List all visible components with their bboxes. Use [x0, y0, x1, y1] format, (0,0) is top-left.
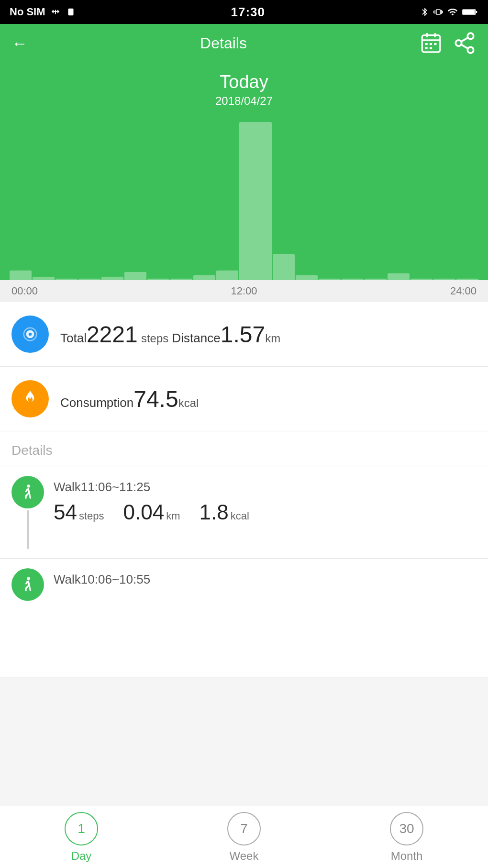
svg-point-20 [29, 333, 32, 336]
svg-rect-10 [434, 43, 436, 45]
bluetooth-icon [420, 7, 430, 17]
walk-type-1: Walk [54, 572, 81, 586]
walk-cal-lbl-0: kcal [231, 510, 249, 522]
status-left: No SIM [10, 6, 76, 18]
header-icons [419, 31, 477, 55]
tab-week-circle[interactable]: 7 [227, 812, 261, 845]
detail-icon-col-1 [11, 568, 44, 601]
walk-time-1: Walk10:06~10:55 [54, 572, 477, 587]
bar-2 [55, 279, 78, 280]
tab-day-circle[interactable]: 1 [65, 812, 98, 845]
walk-range-1: 10:06~10:55 [81, 572, 150, 586]
svg-point-14 [455, 40, 462, 46]
walk-steps-num-0: 54 [54, 500, 77, 524]
bar-7 [170, 279, 192, 280]
bar-8 [193, 275, 215, 280]
tab-month[interactable]: 30 Month [390, 812, 423, 863]
detail-info-0: Walk11:06~11:25 54 steps 0.04 km 1.8 kca… [54, 476, 477, 524]
svg-point-21 [27, 485, 30, 487]
consumption-row: Consumption74.5kcal [0, 367, 488, 431]
time-axis: 00:00 12:00 24:00 [0, 280, 488, 302]
walk-cal-0: 1.8 kcal [200, 500, 249, 524]
walk-icon-0 [11, 476, 44, 508]
bar-15 [365, 279, 387, 280]
detail-icon-col-0 [11, 476, 44, 549]
sim-icon [66, 7, 76, 17]
consumption-unit: kcal [178, 396, 199, 409]
steps-unit: steps [141, 332, 168, 345]
chart-area: Today 2018/04/27 [0, 62, 488, 280]
tab-week-value: 7 [240, 821, 248, 836]
stats-section: Total2221 steps Distance1.57km Consumpti… [0, 302, 488, 431]
bar-4 [101, 277, 123, 280]
svg-point-15 [467, 47, 474, 53]
bar-6 [147, 279, 169, 280]
usb-icon [50, 7, 61, 17]
steps-stat-text: Total2221 steps Distance1.57km [60, 321, 280, 348]
connector-line-0 [27, 510, 29, 549]
consumption-value: 74.5 [133, 386, 178, 412]
tab-month-circle[interactable]: 30 [390, 812, 423, 845]
distance-value: 1.57 [221, 322, 265, 347]
back-button[interactable]: ← [11, 34, 28, 53]
tab-day-value: 1 [78, 821, 85, 836]
svg-rect-12 [430, 47, 432, 49]
svg-rect-11 [425, 47, 428, 49]
bar-5 [124, 272, 146, 280]
consumption-icon [11, 380, 49, 417]
detail-item-0: Walk11:06~11:25 54 steps 0.04 km 1.8 kca… [0, 466, 488, 559]
tab-day[interactable]: 1 Day [65, 812, 98, 863]
bar-17 [410, 279, 433, 280]
walk-dist-num-0: 0.04 [123, 500, 165, 524]
tab-day-label: Day [71, 849, 92, 863]
status-time: 17:30 [231, 5, 266, 20]
app-header: ← Details [0, 24, 488, 62]
distance-label: Distance [172, 331, 221, 345]
details-header: Details [0, 431, 488, 466]
tab-week[interactable]: 7 Week [227, 812, 261, 863]
walk-steps-lbl-0: steps [79, 510, 104, 522]
svg-rect-3 [476, 11, 477, 13]
calendar-icon[interactable] [419, 31, 443, 55]
walk-time-0: Walk11:06~11:25 [54, 480, 477, 495]
chart-container [0, 117, 488, 280]
detail-item-1: Walk10:06~10:55 [0, 559, 488, 678]
vibrate-icon [433, 7, 443, 17]
bar-18 [433, 279, 455, 280]
bar-3 [78, 279, 100, 280]
wifi-icon [447, 7, 458, 17]
distance-unit: km [265, 332, 280, 345]
bar-1 [33, 277, 55, 280]
svg-line-16 [461, 45, 468, 48]
bar-16 [388, 273, 410, 280]
chart-date-sub: 2018/04/27 [0, 94, 488, 108]
bar-9 [216, 271, 238, 280]
bar-14 [342, 279, 364, 280]
time-mid: 12:00 [231, 285, 257, 297]
tab-month-value: 30 [399, 821, 414, 836]
steps-value: 2221 [87, 322, 138, 347]
svg-point-22 [27, 577, 30, 580]
bar-0 [10, 271, 32, 280]
page-title: Details [28, 34, 419, 52]
consumption-label: Consumption [60, 395, 133, 410]
tab-month-label: Month [391, 849, 423, 863]
status-right [420, 7, 478, 17]
svg-line-17 [461, 38, 468, 42]
svg-rect-8 [425, 43, 428, 45]
walk-type-0: Walk [54, 480, 81, 494]
bar-10 [239, 122, 272, 280]
steps-icon [11, 316, 49, 353]
steps-row: Total2221 steps Distance1.57km [0, 302, 488, 367]
bar-11 [273, 254, 295, 280]
bar-13 [319, 279, 341, 280]
chart-bars [10, 117, 478, 280]
share-icon[interactable] [453, 31, 477, 55]
time-start: 00:00 [11, 285, 38, 297]
bar-12 [296, 275, 318, 280]
chart-date-label: Today [0, 72, 488, 92]
time-end: 24:00 [450, 285, 477, 297]
walk-dist-lbl-0: km [166, 510, 180, 522]
consumption-stat-text: Consumption74.5kcal [60, 386, 199, 412]
walk-range-0: 11:06~11:25 [81, 480, 150, 494]
